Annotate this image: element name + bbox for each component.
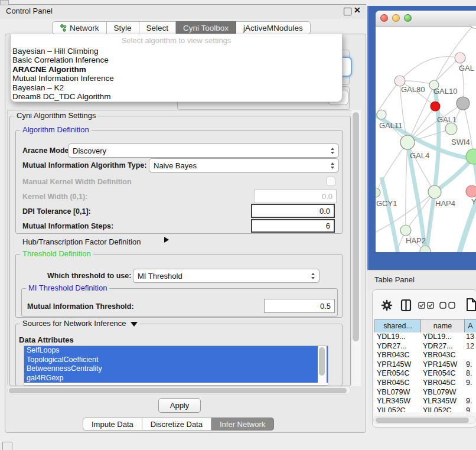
table-cell: YIL052C	[374, 406, 420, 412]
table-cell: YPR145W	[374, 360, 420, 370]
algorithm-item[interactable]: Dream8 DC_TDC Algorithm	[11, 92, 342, 101]
window-edge-fragment	[0, 0, 9, 5]
settings-vscrollbar-thumb[interactable]	[353, 112, 359, 341]
tab-label: Style	[114, 24, 132, 32]
network-node[interactable]	[445, 123, 457, 135]
which-threshold-select[interactable]: MI Threshold	[133, 269, 319, 283]
table-row[interactable]: YER054CYER054C8.	[374, 369, 476, 379]
tab-infer-network[interactable]: Infer Network	[211, 418, 274, 431]
select-all-icon[interactable]	[418, 302, 435, 309]
attributes-scrollbar[interactable]	[318, 346, 327, 384]
network-node[interactable]	[376, 188, 380, 197]
table-body[interactable]: YDL19...YDL19...13YDR27...YDR27...12YBR0…	[374, 332, 476, 412]
mi-threshold-field[interactable]: 0.5	[264, 299, 335, 313]
network-node[interactable]	[377, 110, 386, 119]
tab-discretize-data[interactable]: Discretize Data	[142, 418, 211, 431]
threshold-definition-title: Threshold Definition	[20, 250, 93, 258]
algorithm-item[interactable]: Mutual Information Inference	[11, 74, 342, 83]
network-window: GALGAL80GAL10GAL1GAL11GAL4SWI4GCY1HAP4YH…	[376, 11, 476, 252]
apply-button[interactable]: Apply	[158, 398, 201, 413]
network-node[interactable]	[455, 53, 465, 63]
bottom-tabbar: Impute DataDiscretize DataInfer Network	[83, 418, 274, 431]
tab-select[interactable]: Select	[139, 21, 177, 34]
tab-jactivemnodules[interactable]: jActiveMNodules	[236, 21, 311, 34]
edge-thin[interactable]	[406, 142, 407, 230]
algorithm-list: Bayesian – Hill ClimbingBasic Correlatio…	[11, 47, 342, 101]
algorithm-item[interactable]: Bayesian – K2	[11, 83, 342, 92]
network-window-titlebar[interactable]	[376, 11, 476, 27]
attribute-item[interactable]: gal4RGexp	[24, 374, 328, 383]
table-row[interactable]: YLR345WYLR345W9.	[374, 397, 476, 406]
network-node[interactable]	[457, 97, 470, 110]
tab-cyni-toolbox[interactable]: Cyni Toolbox	[176, 21, 236, 34]
network-node[interactable]	[428, 185, 441, 198]
table-row[interactable]: YPR145WYPR145W9.	[374, 360, 476, 370]
gear-icon[interactable]	[381, 299, 393, 311]
node-label: GAL1	[437, 115, 457, 124]
edge-thin[interactable]	[400, 57, 460, 81]
file-icon[interactable]	[466, 298, 476, 312]
table-hscrollbar[interactable]	[373, 416, 476, 424]
stepper-icon	[331, 148, 334, 154]
float-window-icon[interactable]	[344, 8, 351, 15]
attributes-scrollbar-thumb[interactable]	[319, 347, 325, 376]
collapse-arrow-icon[interactable]	[131, 322, 138, 327]
settings-hscrollbar[interactable]	[7, 386, 351, 394]
columns-icon[interactable]	[400, 299, 412, 312]
table-cell: 9	[464, 406, 476, 412]
network-node[interactable]	[400, 225, 411, 236]
mi-algorithm-type-select[interactable]: Naive Bayes	[149, 158, 339, 172]
edge-thin[interactable]	[425, 192, 435, 251]
edge-thin[interactable]	[463, 103, 474, 156]
minimize-traffic-light[interactable]	[392, 14, 400, 22]
column-header[interactable]: shared...	[375, 319, 421, 332]
edge-thin[interactable]	[376, 142, 407, 193]
network-node[interactable]	[400, 135, 415, 149]
algorithm-item[interactable]: Basic Correlation Inference	[11, 56, 342, 64]
dpi-tolerance-field[interactable]: 0.0	[251, 204, 335, 218]
network-canvas[interactable]: GALGAL80GAL10GAL1GAL11GAL4SWI4GCY1HAP4YH…	[376, 26, 476, 252]
control-panel-tabbar: NetworkStyleSelectCyni ToolboxjActiveMNo…	[52, 21, 311, 34]
docked-panel-icon[interactable]	[2, 442, 12, 450]
tab-impute-data[interactable]: Impute Data	[83, 418, 142, 431]
zoom-traffic-light[interactable]	[404, 14, 412, 22]
kernel-width-field[interactable]: 0.0	[254, 190, 337, 203]
column-header[interactable]: A	[465, 319, 476, 332]
aracne-mode-select[interactable]: Discovery	[68, 144, 339, 158]
close-traffic-light[interactable]	[380, 14, 388, 22]
column-header[interactable]: name	[421, 319, 465, 332]
table-row[interactable]: YDL19...YDL19...13	[374, 332, 476, 342]
hub-definition-label: Hub/Transcription Factor Definition	[22, 237, 141, 246]
network-node[interactable]	[431, 102, 440, 111]
settings-hscrollbar-thumb[interactable]	[9, 388, 347, 393]
tab-style[interactable]: Style	[107, 21, 139, 34]
data-attributes-list[interactable]: SelfLoopsTopologicalCoefficientBetweenne…	[24, 345, 328, 386]
mi-steps-field[interactable]: 6	[251, 219, 335, 233]
table-row[interactable]: YBR043CYBR043C	[374, 351, 476, 360]
table-row[interactable]: YBL079WYBL079W	[374, 388, 476, 397]
table-cell: YLR345W	[420, 397, 464, 406]
algorithm-item[interactable]: Bayesian – Hill Climbing	[11, 47, 342, 56]
table-cell: YBL079W	[420, 388, 464, 397]
edge-thick[interactable]	[382, 177, 402, 252]
table-cell: YDR27...	[374, 342, 420, 351]
table-row[interactable]: YDR27...YDR27...12	[374, 342, 476, 351]
network-node[interactable]	[466, 185, 476, 197]
attribute-item[interactable]: TopologicalCoefficient	[24, 356, 328, 365]
tab-network[interactable]: Network	[52, 21, 107, 34]
algorithm-item[interactable]: ARACNE Algorithm	[11, 65, 342, 74]
expand-arrow-icon[interactable]	[164, 237, 169, 243]
table-hscrollbar-thumb[interactable]	[376, 418, 469, 423]
table-row[interactable]: YIL052CYIL052C9	[374, 406, 476, 412]
manual-kernel-checkbox[interactable]	[326, 177, 335, 186]
attribute-item[interactable]: BetweennessCentrality	[24, 364, 328, 374]
close-icon[interactable]: ✕	[354, 5, 361, 15]
settings-vscrollbar[interactable]	[351, 110, 361, 386]
node-label: GAL80	[401, 85, 425, 94]
attribute-item[interactable]: SelfLoops	[24, 346, 328, 356]
table-cell: YBR045C	[420, 379, 464, 388]
table-cell: YBL079W	[374, 388, 420, 397]
deselect-all-icon[interactable]	[439, 302, 456, 309]
table-row[interactable]: YBR045CYBR045C9.	[374, 379, 476, 388]
edge-thin[interactable]	[376, 251, 425, 252]
